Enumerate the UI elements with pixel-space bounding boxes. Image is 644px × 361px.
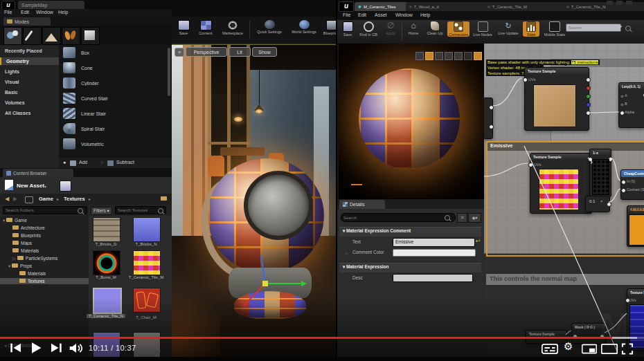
me-menu-help[interactable]: Help xyxy=(420,12,430,17)
section-material-expression-comment[interactable]: ▾ Material Expression Comment xyxy=(339,227,481,237)
filters-button[interactable]: Filters ▾ xyxy=(91,207,112,215)
content-browser-tab[interactable]: Content Browser xyxy=(3,169,73,177)
level-tab[interactable]: SampleMap xyxy=(18,1,84,9)
text-field-value[interactable]: Emissive xyxy=(393,238,475,247)
one-minus-node[interactable]: 1-x xyxy=(589,149,611,197)
close-button[interactable] xyxy=(626,1,632,5)
minimize-button[interactable] xyxy=(607,1,613,5)
fullscreen-button[interactable] xyxy=(620,343,634,355)
me-clean-up-button[interactable]: Clean Up xyxy=(424,21,445,35)
item-cylinder[interactable]: Cylinder xyxy=(81,81,99,86)
me-live-update-button[interactable]: ↻Live Update xyxy=(496,21,521,35)
breadcrumb-root[interactable]: Game xyxy=(39,196,53,202)
me-menu-window[interactable]: Window xyxy=(395,12,413,17)
asset-label[interactable]: T_Chair_M xyxy=(127,315,166,320)
material-output-node-partial[interactable] xyxy=(484,98,493,139)
category-volumes[interactable]: Volumes xyxy=(0,99,64,107)
theater-mode-button[interactable] xyxy=(601,344,618,354)
previous-button[interactable] xyxy=(10,343,22,353)
category-all-classes[interactable]: All Classes xyxy=(0,109,64,117)
item-curved-stair[interactable]: Curved Stair xyxy=(81,96,108,101)
me-menu-file[interactable]: File xyxy=(343,12,350,17)
tree-particlesystems[interactable]: ▷ ParticleSystems xyxy=(12,256,57,261)
preview-realtime-button[interactable] xyxy=(474,52,482,60)
scalar-constant-node[interactable]: 0.1 ▾ xyxy=(585,196,610,212)
me-menu-asset[interactable]: Asset xyxy=(375,12,387,17)
foliage-mode-button[interactable] xyxy=(62,27,80,45)
r-output-pin[interactable] xyxy=(586,86,591,91)
asset-thumb-chair-m[interactable] xyxy=(133,288,161,313)
category-recently-placed[interactable]: Recently Placed xyxy=(0,47,64,55)
viewport-options-button[interactable]: ≡ xyxy=(175,48,184,57)
uvs-input-pin[interactable] xyxy=(528,163,533,167)
volume-icon[interactable] xyxy=(69,343,83,353)
forward-arrow-icon[interactable]: ▶ xyxy=(13,196,17,202)
subtitles-button[interactable] xyxy=(542,344,558,354)
me-live-nodes-button[interactable]: Live Nodes xyxy=(472,21,494,37)
subtract-radio[interactable]: ○ xyxy=(100,160,103,165)
preview-grid-button[interactable] xyxy=(464,52,472,60)
lock-folder-icon[interactable] xyxy=(161,196,167,201)
lit-button[interactable]: Lit xyxy=(229,47,251,57)
asset-label[interactable]: T_Bricks_D xyxy=(87,242,125,246)
level-world-settings-button[interactable]: World Settings xyxy=(288,20,320,34)
category-basic[interactable]: Basic xyxy=(0,89,64,96)
reset-to-default-icon[interactable]: ↩ xyxy=(476,238,481,244)
lerp-b-pin[interactable] xyxy=(620,102,625,107)
level-content-button[interactable]: Content xyxy=(195,20,216,35)
uvs-input-pin[interactable] xyxy=(523,77,528,82)
level-marketplace-button[interactable]: Marketplace xyxy=(217,20,248,35)
tree-game[interactable]: ▾ Game xyxy=(3,218,27,223)
lerp-node[interactable]: Lerp(0.0, 1) A B Alpha xyxy=(618,82,644,128)
next-button[interactable] xyxy=(50,343,62,353)
item-cone[interactable]: Cone xyxy=(81,66,93,71)
paint-mode-button[interactable] xyxy=(23,27,42,45)
maximize-button[interactable] xyxy=(616,1,623,5)
tree-props[interactable]: ▾ Props xyxy=(8,263,32,269)
menu-file[interactable]: File xyxy=(4,10,12,15)
a-output-pin[interactable] xyxy=(586,111,591,115)
items-scrollbar[interactable] xyxy=(168,48,170,96)
tree-materials[interactable]: Materials xyxy=(12,248,39,253)
tree-architecture[interactable]: Architecture xyxy=(12,225,45,230)
tree-blueprints[interactable]: Blueprints xyxy=(12,233,41,238)
geometry-mode-button[interactable] xyxy=(81,27,100,45)
me-menu-edit[interactable]: Edit xyxy=(358,12,366,17)
menu-edit[interactable]: Edit xyxy=(21,10,29,15)
asset-label-selected[interactable]: T_Ceramic_Tile_N xyxy=(87,314,125,318)
me-search-input[interactable] xyxy=(566,24,621,32)
me-find-in-cb-button[interactable]: Find in CB xyxy=(357,21,379,37)
details-visibility-button[interactable]: ◉▾ xyxy=(468,213,481,223)
asset-thumb-ceramic-tile-m[interactable] xyxy=(133,250,161,275)
lerp-a-pin[interactable] xyxy=(620,94,625,99)
preview-plane-button[interactable] xyxy=(435,52,443,60)
me-home-button[interactable]: ⌂Home xyxy=(404,21,422,35)
transform-gizmo[interactable] xyxy=(238,252,307,315)
play-button[interactable] xyxy=(29,342,43,354)
preview-cube-button[interactable] xyxy=(445,52,453,60)
output-pin[interactable] xyxy=(607,202,611,207)
comment-color-swatch[interactable] xyxy=(393,249,476,257)
tree-props-materials[interactable]: Materials xyxy=(19,271,46,276)
me-connectors-button[interactable]: Connectors xyxy=(447,21,469,37)
output-pin[interactable] xyxy=(489,124,494,129)
material-preview-viewport[interactable] xyxy=(339,44,485,198)
preview-mesh-button[interactable] xyxy=(454,52,463,60)
category-visual[interactable]: Visual xyxy=(0,78,64,86)
perspective-button[interactable]: Perspective xyxy=(186,47,227,57)
preview-cylinder-button[interactable] xyxy=(415,52,424,60)
modes-tab[interactable]: Modes xyxy=(3,17,51,26)
sources-panel-icon[interactable] xyxy=(25,196,33,203)
material-graph[interactable]: Roughness Base pass shader with only dyn… xyxy=(484,44,644,361)
level-quick-settings-button[interactable]: Quick Settings xyxy=(252,20,287,34)
search-folders-input[interactable] xyxy=(3,206,87,214)
item-spiral-stair[interactable]: Spiral Stair xyxy=(81,127,105,131)
back-arrow-icon[interactable]: ◀ xyxy=(5,196,9,202)
in-pin[interactable] xyxy=(621,180,626,185)
lerp-alpha-pin[interactable] xyxy=(620,111,625,115)
cheap-contrast-node[interactable]: CheapContrast In (S) Contrast (S) xyxy=(620,169,644,200)
asset-thumb-bricks-d[interactable] xyxy=(93,217,120,242)
preview-sphere-button[interactable] xyxy=(425,52,433,60)
search-up-down-icon[interactable]: ▴▾ xyxy=(618,24,622,28)
b-output-pin[interactable] xyxy=(586,102,591,107)
